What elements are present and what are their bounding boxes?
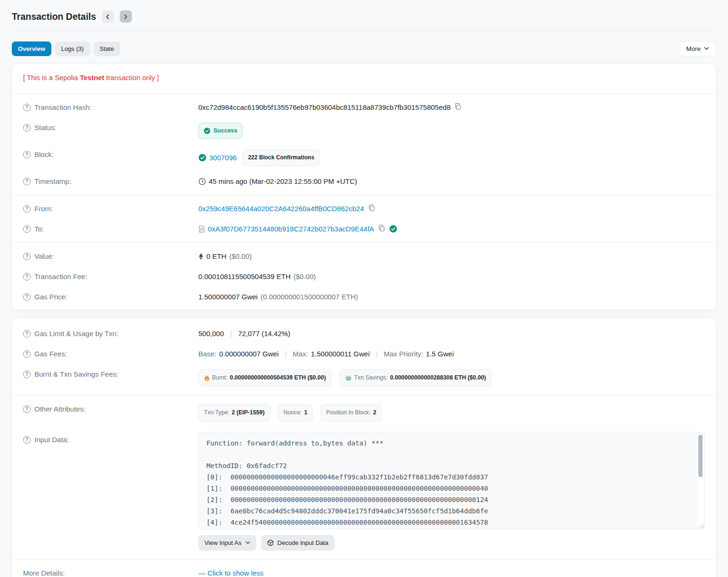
decode-input-data-button[interactable]: Decode Input Data [261, 535, 335, 551]
separator: | [230, 329, 232, 338]
gas-price-label: Gas Price: [34, 292, 67, 302]
position-value: 2 [373, 408, 376, 418]
other-attributes-label: Other Attributes: [34, 404, 85, 414]
more-details-label: More Details: [23, 568, 65, 577]
row-burnt-savings: Burnt & Txn Savings Fees: Burnt: 0.00000… [23, 364, 705, 392]
testnet-notice: [ This is a Sepolia Testnet transaction … [23, 66, 705, 90]
input-data-line: [3]: 6ae0bc76cad4d5c94802dddc370041e175f… [206, 505, 692, 517]
testnet-notice-highlight: Testnet [80, 74, 105, 82]
help-icon[interactable] [23, 330, 31, 338]
testnet-notice-prefix: [ This is a Sepolia [23, 74, 80, 82]
help-icon[interactable] [23, 151, 31, 158]
timestamp-label: Timestamp: [34, 176, 71, 186]
row-more-details: More Details: — Click to show less [23, 563, 705, 577]
block-confirmations-badge: 222 Block Confirmations [242, 149, 320, 166]
block-number-link[interactable]: 3007096 [209, 153, 237, 163]
tab-list: Overview Logs (3) State [12, 41, 120, 56]
transaction-fee-usd: ($0.00) [294, 272, 316, 281]
transaction-fee-label: Transaction Fee: [34, 272, 87, 281]
tab-overview[interactable]: Overview [12, 41, 51, 56]
help-icon[interactable] [23, 273, 31, 280]
row-value: 0xc72d984ccac6190b5f135576eb97b03604bc81… [198, 102, 705, 112]
row-label: To: [23, 224, 198, 234]
transaction-fee-amount: 0.000108115500504539 ETH [198, 272, 291, 281]
check-circle-icon [198, 154, 206, 162]
help-icon[interactable] [23, 350, 31, 358]
help-icon[interactable] [23, 205, 31, 213]
help-icon[interactable] [23, 104, 31, 111]
help-icon[interactable] [23, 371, 31, 378]
to-address-link[interactable]: 0xA3f07D6773514480b918C2742b027b3acD9E44… [208, 224, 374, 234]
copy-to-address-button[interactable] [377, 224, 386, 233]
row-status: Status: Success [23, 117, 705, 144]
row-gas-fees: Gas Fees: Base: 0.000000007 Gwei | Max: … [23, 344, 705, 364]
input-data-line: Function: forward(address to,bytes data)… [206, 437, 692, 449]
overview-card: [ This is a Sepolia Testnet transaction … [12, 63, 716, 310]
contract-icon [198, 225, 205, 233]
copy-icon [454, 103, 462, 112]
click-to-show-less-link[interactable]: — Click to show less [198, 568, 263, 577]
help-icon[interactable] [23, 405, 31, 413]
max-priority-fee-value: 1.5 Gwei [426, 349, 454, 359]
row-label: Gas Price: [23, 292, 198, 302]
previous-transaction-button[interactable] [102, 10, 114, 23]
row-label: Value: [23, 251, 198, 261]
position-in-block-badge: Position In Block: 2 [320, 404, 382, 421]
input-data-line: [2]: 00000000000000000000000000000000000… [206, 494, 692, 505]
nonce-key: Nonce: [284, 408, 302, 418]
row-label: More Details: [23, 568, 198, 577]
row-label: Other Attributes: [23, 404, 198, 414]
status-label: Status: [34, 123, 57, 132]
input-data-scrollbar-track [697, 433, 703, 528]
input-data-line: MethodID: 0x6fadcf72 [206, 460, 692, 471]
help-icon[interactable] [23, 178, 31, 185]
from-address-link[interactable]: 0x259c49E65644a020C2A642260a4ffB0CD862cb… [198, 204, 364, 214]
row-value: 0xA3f07D6773514480b918C2742b027b3acD9E44… [198, 224, 705, 234]
copy-icon [378, 224, 385, 233]
tab-state[interactable]: State [94, 41, 120, 56]
help-icon[interactable] [23, 124, 31, 132]
from-label: From: [34, 204, 53, 214]
help-icon[interactable] [23, 436, 31, 444]
row-value: 1.500000007 Gwei (0.000000001500000007 E… [198, 292, 705, 302]
burnt-fees-key: Burnt: [212, 373, 228, 383]
row-timestamp: Timestamp: 45 mins ago (Mar-02-2023 12:5… [23, 171, 705, 191]
txn-savings-value: 0.000000000000288308 ETH ($0.00) [390, 373, 486, 383]
burnt-savings-label: Burnt & Txn Savings Fees: [34, 369, 118, 379]
view-input-as-button[interactable]: View Input As [198, 535, 256, 551]
row-value: Burnt: 0.000000000000504539 ETH ($0.00) … [198, 369, 705, 387]
row-value-eth: Value: 0 ETH ($0.00) [23, 246, 705, 266]
txn-type-badge: Txn Type: 2 (EIP-1559) [198, 404, 270, 421]
page-header: Transaction Details [12, 6, 716, 31]
money-wings-icon [345, 375, 352, 381]
row-label: Gas Fees: [23, 349, 198, 359]
copy-transaction-hash-button[interactable] [453, 103, 463, 112]
row-block: Block: 3007096 222 Block Confirmations [23, 144, 705, 171]
more-dropdown-button[interactable]: More [679, 41, 716, 57]
gas-limit-value: 500,000 [198, 329, 224, 338]
value-usd: ($0.00) [229, 251, 252, 261]
input-data-textarea[interactable]: Function: forward(address to,bytes data)… [198, 432, 705, 529]
next-transaction-button[interactable] [120, 10, 132, 23]
row-gas-limit: Gas Limit & Usage by Txn: 500,000 | 72,0… [23, 321, 705, 344]
help-icon[interactable] [23, 225, 31, 233]
row-label: Burnt & Txn Savings Fees: [23, 369, 198, 379]
chevron-down-icon [704, 45, 709, 52]
nonce-badge: Nonce: 1 [278, 404, 313, 421]
clock-icon [198, 178, 206, 185]
help-icon[interactable] [23, 293, 31, 301]
help-icon[interactable] [23, 253, 31, 260]
burnt-fees-badge: Burnt: 0.000000000000504539 ETH ($0.00) [198, 369, 332, 387]
verified-check-circle-icon [389, 225, 397, 233]
status-value: Success [213, 126, 237, 136]
tab-logs[interactable]: Logs (3) [55, 41, 90, 56]
row-transaction-fee: Transaction Fee: 0.000108115500504539 ET… [23, 266, 705, 287]
input-data-line: [4]: 4ce24f54000000000000000000000000000… [206, 517, 692, 528]
input-data-scrollbar-thumb[interactable] [698, 435, 703, 477]
row-label: Gas Limit & Usage by Txn: [23, 329, 198, 338]
page-title: Transaction Details [12, 11, 96, 22]
gas-used-value: 72,077 (14.42%) [238, 329, 290, 338]
row-label: Status: [23, 123, 198, 132]
input-data-column: Function: forward(address to,bytes data)… [198, 432, 705, 551]
copy-from-address-button[interactable] [367, 204, 376, 213]
